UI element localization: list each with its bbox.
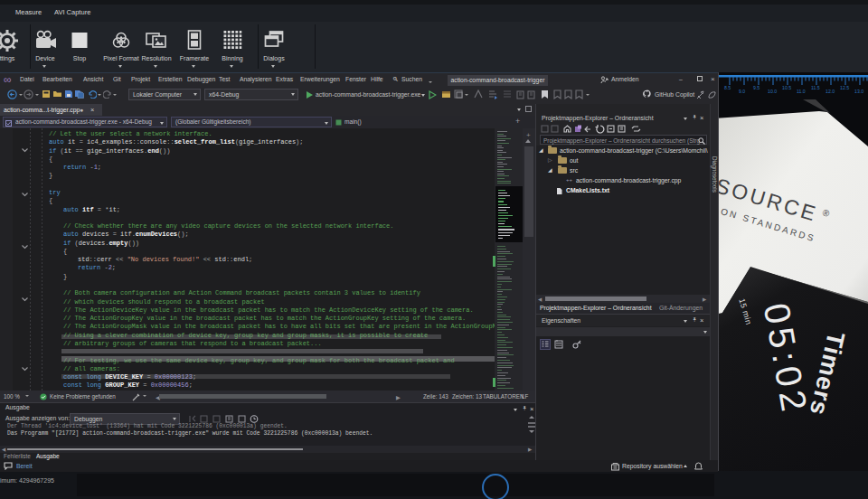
svg-text:8.5: 8.5 [724, 85, 731, 90]
svg-text:9.5: 9.5 [753, 85, 760, 90]
svg-text:12.0: 12.0 [826, 89, 835, 94]
svg-text:12.5: 12.5 [840, 85, 849, 90]
svg-text:9.0: 9.0 [739, 89, 745, 94]
svg-text:10.5: 10.5 [782, 85, 791, 90]
svg-text:10.0: 10.0 [768, 89, 777, 94]
svg-text:11.5: 11.5 [811, 85, 820, 90]
svg-text:11.0: 11.0 [797, 89, 806, 94]
svg-text:13.0: 13.0 [854, 89, 863, 94]
